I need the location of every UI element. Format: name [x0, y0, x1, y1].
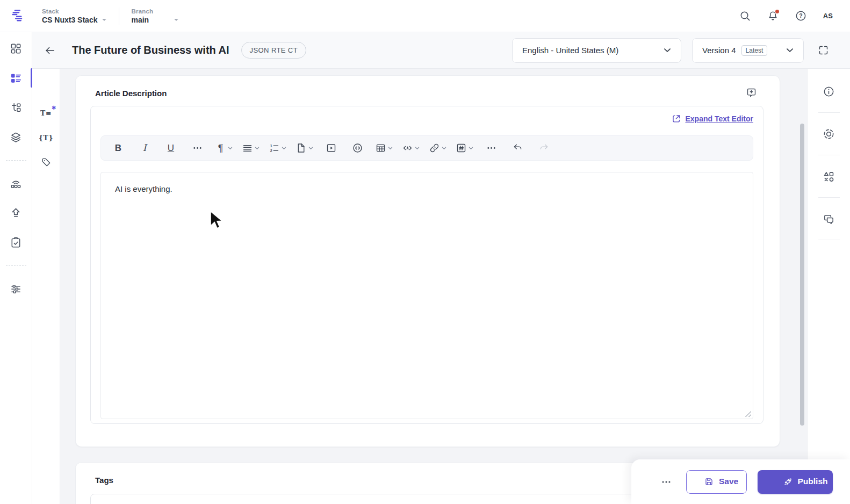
save-label: Save — [719, 477, 729, 487]
branch-selector[interactable]: Branch main — [131, 8, 179, 24]
help-button[interactable]: ? — [791, 6, 810, 26]
entries-icon — [10, 72, 22, 84]
chevron-down-icon — [786, 48, 794, 53]
branch-name: main — [131, 16, 149, 24]
rocket-icon — [783, 477, 793, 487]
field-nav-text-field[interactable]: T≡✱ — [35, 103, 57, 123]
chevron-down-icon — [442, 147, 446, 150]
vertical-scrollbar[interactable] — [800, 124, 804, 426]
rte-code-tag-button[interactable] — [401, 139, 421, 158]
fullscreen-button[interactable] — [815, 42, 832, 59]
sidebar-item-entries[interactable] — [0, 67, 32, 89]
widget-focus-mode-button[interactable] — [818, 123, 840, 145]
chevron-down-icon — [415, 147, 420, 150]
more-options-icon — [192, 142, 203, 154]
stack-name: CS Nuxt3 Stack — [42, 16, 97, 24]
sidebar-item-settings[interactable] — [0, 278, 32, 299]
rte-paragraph-button[interactable]: ¶ — [214, 139, 234, 158]
sidebar-item-content-models[interactable] — [0, 97, 32, 118]
stack-selector[interactable]: Stack CS Nuxt3 Stack — [42, 8, 107, 24]
publish-queue-icon — [10, 207, 22, 219]
sidebar-item-publish-queue[interactable] — [0, 202, 32, 224]
more-options-button[interactable] — [657, 473, 675, 491]
resize-handle[interactable] — [744, 410, 751, 417]
settings-icon — [10, 283, 22, 295]
field-title: Tags — [95, 476, 113, 485]
content-models-icon — [10, 102, 22, 114]
divider — [818, 112, 840, 113]
publish-button[interactable]: Publish — [758, 470, 833, 494]
top-bar: Stack CS Nuxt3 Stack Branch main ? AS — [0, 0, 850, 32]
rte-field: Expand Text Editor BIU¶12 AI is everythi… — [90, 106, 763, 424]
divider — [818, 155, 840, 155]
code-tag-icon — [402, 142, 413, 154]
rte-document-button[interactable] — [294, 139, 314, 158]
rte-editable-area[interactable]: AI is everything. — [100, 172, 753, 419]
expand-text-editor-link[interactable]: Expand Text Editor — [685, 114, 753, 123]
sidebar-item-tasks[interactable] — [0, 232, 32, 253]
rte-embed-button[interactable] — [348, 139, 367, 158]
rte-underline-button[interactable]: U — [161, 139, 181, 158]
chevron-down-icon — [308, 147, 313, 150]
ordered-list-icon: 12 — [269, 142, 280, 154]
tag-field-icon — [41, 157, 52, 168]
search-button[interactable] — [735, 6, 754, 26]
content-type-badge: JSON RTE CT — [241, 42, 306, 59]
sidebar-item-assets[interactable] — [0, 126, 32, 148]
rte-undo-button[interactable] — [508, 139, 527, 158]
fullscreen-icon — [818, 45, 829, 56]
divider — [6, 160, 26, 161]
divider — [818, 240, 840, 240]
rte-italic-button[interactable]: I — [135, 139, 154, 158]
chevron-down-icon — [255, 147, 260, 150]
version-selector[interactable]: Version 4 Latest — [692, 38, 804, 63]
user-avatar[interactable]: AS — [819, 7, 837, 25]
chevron-down-icon — [228, 147, 233, 150]
page-title: The Future of Business with AI — [72, 44, 229, 56]
widget-widgets-button[interactable] — [818, 165, 840, 187]
contentstack-logo-icon[interactable] — [10, 8, 26, 24]
rte-link-button[interactable] — [428, 139, 448, 158]
widget-comments-button[interactable] — [818, 208, 840, 229]
main-sidebar — [0, 32, 32, 504]
sidebar-item-releases[interactable] — [0, 172, 32, 194]
field-nav-tag-field[interactable] — [35, 153, 57, 172]
latest-badge: Latest — [741, 45, 768, 56]
entry-header: The Future of Business with AI JSON RTE … — [0, 32, 850, 69]
notifications-button[interactable] — [763, 6, 782, 26]
rte-align-button[interactable] — [241, 139, 261, 158]
rte-ordered-list-button[interactable]: 12 — [268, 139, 287, 158]
divider — [818, 197, 840, 198]
version-value: Version 4 — [702, 46, 736, 55]
svg-text:?: ? — [799, 12, 802, 19]
sidebar-item-dashboard[interactable] — [0, 38, 32, 59]
rte-redo-button[interactable] — [534, 139, 553, 158]
article-description-panel: Article Description Expand Text Editor B… — [75, 75, 780, 447]
more-options-icon — [660, 476, 672, 488]
releases-icon — [10, 177, 22, 190]
bold-icon: B — [113, 142, 124, 154]
back-button[interactable] — [41, 41, 59, 60]
rte-video-button[interactable] — [321, 139, 341, 158]
save-button[interactable]: Save — [686, 470, 747, 494]
rte-more-options-button[interactable] — [188, 139, 207, 158]
rte-more-options-button[interactable] — [481, 139, 501, 158]
rte-bold-button[interactable]: B — [109, 139, 128, 158]
text-field-icon: T≡ — [40, 109, 52, 117]
chevron-down-icon — [664, 48, 671, 53]
rte-table-button[interactable] — [374, 139, 394, 158]
widget-information-button[interactable] — [818, 81, 840, 102]
stack-label: Stack — [42, 8, 107, 15]
language-selector[interactable]: English - United States (M) — [512, 38, 681, 63]
divider — [119, 8, 119, 25]
rte-toolbar: BIU¶12 — [100, 135, 753, 161]
back-arrow-icon — [44, 45, 56, 56]
widgets-icon — [823, 170, 835, 183]
field-nav-json-rte-field[interactable]: {T} — [35, 128, 57, 147]
rte-hashtag-button[interactable] — [455, 139, 474, 158]
link-icon — [429, 142, 440, 154]
add-comment-button[interactable] — [743, 84, 759, 100]
svg-text:1: 1 — [270, 144, 272, 148]
more-options-icon — [486, 142, 497, 154]
editor-content: AI is everything. — [115, 184, 172, 193]
